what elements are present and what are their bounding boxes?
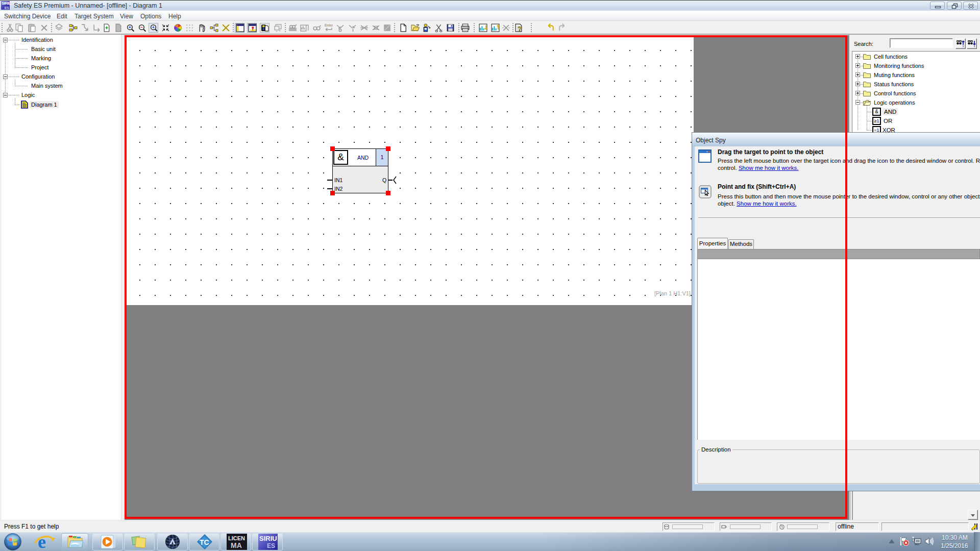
svg-text:MA: MA <box>231 541 242 549</box>
svg-text:SIRIU: SIRIU <box>259 535 277 542</box>
svg-text:ES: ES <box>267 542 275 549</box>
svg-text:?: ? <box>518 25 522 32</box>
svg-text:LICEN: LICEN <box>228 535 245 541</box>
svg-text:Enter: Enter <box>325 23 333 27</box>
svg-text:TC: TC <box>200 538 209 546</box>
